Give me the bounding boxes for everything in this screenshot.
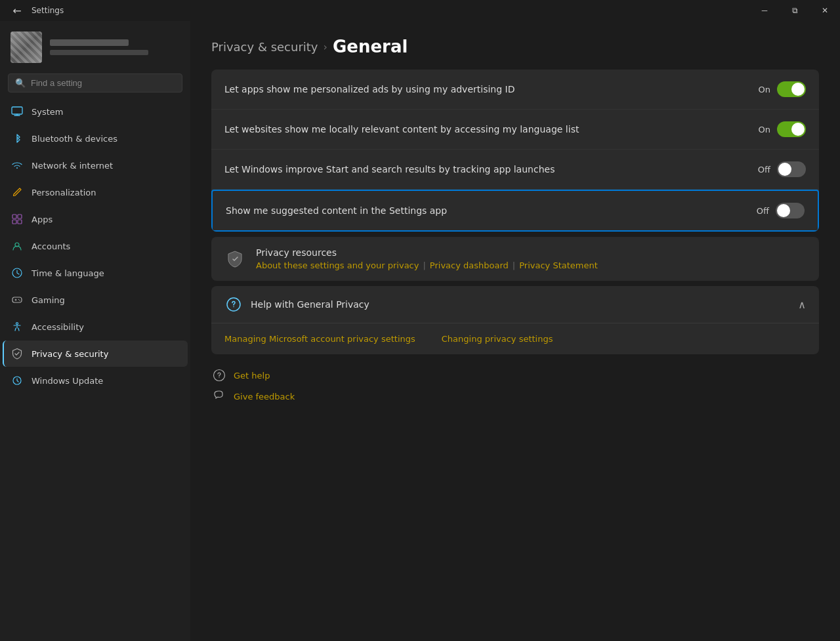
- svg-point-9: [19, 300, 20, 300]
- privacy-resources-text: Privacy resources About these settings a…: [256, 247, 598, 270]
- setting-label-language-list: Let websites show me locally relevant co…: [224, 124, 579, 134]
- help-icon: [224, 295, 243, 314]
- profile-info: [50, 39, 148, 55]
- breadcrumb: Privacy & security › General: [211, 37, 819, 56]
- sidebar-item-label-apps: Apps: [32, 215, 52, 224]
- back-button[interactable]: ←: [8, 1, 26, 20]
- privacy-nav-icon: [10, 347, 24, 360]
- get-help-label[interactable]: Get help: [234, 371, 270, 381]
- sidebar-item-system[interactable]: System: [3, 98, 188, 125]
- bluetooth-nav-icon: [10, 132, 24, 145]
- toggle-thumb-suggested-content: [777, 204, 790, 217]
- privacy-resources-links: About these settings and your privacy|Pr…: [256, 260, 598, 270]
- privacy-shield-icon: [224, 249, 245, 270]
- apps-nav-icon: [10, 213, 24, 226]
- svg-rect-1: [12, 215, 16, 218]
- privacy-link-separator: |: [513, 260, 515, 270]
- update-nav-icon: [10, 374, 24, 387]
- sidebar-item-apps[interactable]: Apps: [3, 206, 188, 232]
- toggle-suggested-content[interactable]: [776, 203, 805, 218]
- toggle-advertising-id[interactable]: [777, 81, 806, 97]
- system-nav-icon: [10, 105, 24, 118]
- settings-card: Let apps show me personalized ads by usi…: [211, 70, 819, 232]
- sidebar-item-gaming[interactable]: Gaming: [3, 287, 188, 313]
- search-box[interactable]: 🔍: [8, 73, 182, 93]
- toggle-language-list[interactable]: [777, 121, 806, 137]
- sidebar: 🔍 System Bluetooth & devices Network & i…: [0, 21, 190, 641]
- setting-right-suggested-content: Off: [757, 203, 805, 218]
- setting-label-suggested-content: Show me suggested content in the Setting…: [226, 205, 447, 216]
- sidebar-item-privacy[interactable]: Privacy & security: [3, 341, 188, 367]
- privacy-link-separator: |: [423, 260, 425, 270]
- toggle-tracking[interactable]: [777, 161, 806, 177]
- close-button[interactable]: ✕: [810, 0, 840, 21]
- help-chevron-icon: ∧: [798, 299, 806, 311]
- accounts-nav-icon: [10, 239, 24, 253]
- main-content: Privacy & security › General Let apps sh…: [190, 21, 840, 641]
- get-help-icon: [211, 367, 227, 383]
- setting-status-tracking: Off: [758, 165, 770, 175]
- help-link-changing[interactable]: Changing privacy settings: [442, 334, 553, 344]
- toggle-thumb-language-list: [791, 123, 805, 136]
- svg-point-10: [16, 323, 18, 325]
- sidebar-item-accounts[interactable]: Accounts: [3, 233, 188, 259]
- sidebar-item-network[interactable]: Network & internet: [3, 152, 188, 178]
- help-header-left: Help with General Privacy: [224, 295, 369, 314]
- svg-rect-3: [12, 220, 16, 224]
- privacy-resources-title: Privacy resources: [256, 247, 598, 258]
- sidebar-item-update[interactable]: Windows Update: [3, 367, 188, 394]
- svg-point-14: [219, 377, 219, 378]
- give-feedback-item[interactable]: Give feedback: [211, 388, 819, 404]
- svg-rect-0: [12, 107, 22, 114]
- setting-status-advertising-id: On: [759, 85, 770, 94]
- nav-list: System Bluetooth & devices Network & int…: [0, 98, 190, 636]
- minimize-button[interactable]: ─: [749, 0, 780, 21]
- privacy-resources-section: Privacy resources About these settings a…: [211, 237, 819, 281]
- search-input[interactable]: [31, 78, 175, 88]
- setting-status-suggested-content: Off: [757, 206, 769, 216]
- breadcrumb-parent[interactable]: Privacy & security: [211, 40, 318, 54]
- setting-right-advertising-id: On: [759, 81, 806, 97]
- titlebar-controls: ─ ⧉ ✕: [749, 0, 840, 21]
- sidebar-item-label-network: Network & internet: [32, 161, 113, 171]
- help-link-managing[interactable]: Managing Microsoft account privacy setti…: [224, 334, 415, 344]
- setting-label-advertising-id: Let apps show me personalized ads by usi…: [224, 84, 514, 94]
- setting-row-language-list: Let websites show me locally relevant co…: [211, 110, 819, 150]
- setting-status-language-list: On: [759, 125, 770, 134]
- maximize-button[interactable]: ⧉: [780, 0, 810, 21]
- sidebar-item-label-time: Time & language: [32, 268, 104, 278]
- footer-links: Get help Give feedback: [211, 365, 819, 407]
- sidebar-item-label-privacy: Privacy & security: [32, 349, 108, 359]
- toggle-thumb-tracking: [778, 163, 791, 176]
- get-help-item[interactable]: Get help: [211, 367, 819, 383]
- sidebar-item-label-gaming: Gaming: [32, 295, 65, 305]
- setting-row-tracking: Let Windows improve Start and search res…: [211, 150, 819, 190]
- setting-row-advertising-id: Let apps show me personalized ads by usi…: [211, 70, 819, 110]
- avatar: [10, 31, 42, 63]
- privacy-link-about[interactable]: About these settings and your privacy: [256, 260, 419, 270]
- sidebar-item-time[interactable]: Time & language: [3, 260, 188, 286]
- svg-rect-7: [12, 297, 22, 302]
- app-body: 🔍 System Bluetooth & devices Network & i…: [0, 21, 840, 641]
- sidebar-item-label-update: Windows Update: [32, 376, 103, 386]
- help-header[interactable]: Help with General Privacy ∧: [211, 286, 819, 323]
- svg-rect-4: [18, 220, 22, 224]
- svg-point-8: [18, 299, 19, 300]
- help-section: Help with General Privacy ∧ Managing Mic…: [211, 286, 819, 354]
- setting-label-tracking: Let Windows improve Start and search res…: [224, 164, 555, 175]
- help-section-title: Help with General Privacy: [251, 299, 369, 310]
- sidebar-item-personalization[interactable]: Personalization: [3, 179, 188, 205]
- sidebar-item-label-bluetooth: Bluetooth & devices: [32, 134, 117, 144]
- privacy-link-dashboard[interactable]: Privacy dashboard: [430, 260, 509, 270]
- give-feedback-label[interactable]: Give feedback: [234, 392, 295, 402]
- sidebar-item-bluetooth[interactable]: Bluetooth & devices: [3, 125, 188, 152]
- personalization-nav-icon: [10, 186, 24, 199]
- sidebar-item-accessibility[interactable]: Accessibility: [3, 314, 188, 340]
- sidebar-item-label-personalization: Personalization: [32, 188, 96, 197]
- titlebar-title: Settings: [32, 6, 64, 15]
- privacy-link-statement[interactable]: Privacy Statement: [519, 260, 598, 270]
- toggle-thumb-advertising-id: [791, 83, 805, 96]
- network-nav-icon: [10, 159, 24, 172]
- sidebar-profile: [0, 21, 190, 71]
- setting-row-suggested-content: Show me suggested content in the Setting…: [211, 190, 819, 232]
